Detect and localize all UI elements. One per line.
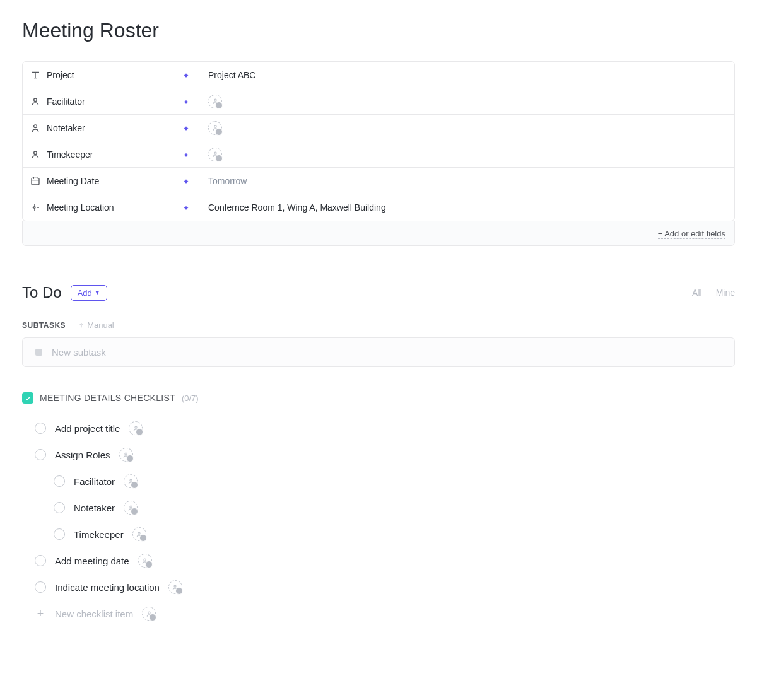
check-circle[interactable]: [35, 581, 46, 593]
pin-icon[interactable]: [182, 98, 190, 105]
check-circle[interactable]: [35, 449, 46, 460]
person-icon: [30, 123, 40, 133]
field-label-cell[interactable]: Meeting Location: [23, 194, 199, 221]
todo-title: To Do: [22, 284, 62, 301]
new-checklist-item-input[interactable]: + New checklist item: [35, 600, 735, 627]
svg-rect-6: [32, 178, 39, 185]
assign-user-icon[interactable]: [138, 554, 152, 568]
checklist-items: Add project title Assign Roles Facilitat…: [22, 415, 735, 627]
calendar-icon: [30, 176, 40, 186]
checklist-item[interactable]: Add meeting date: [35, 547, 735, 574]
person-icon: [30, 96, 40, 107]
svg-point-7: [33, 207, 35, 209]
assign-user-icon[interactable]: [129, 421, 143, 435]
plus-icon: +: [35, 608, 46, 619]
svg-point-2: [34, 125, 37, 128]
field-label-cell[interactable]: Notetaker: [23, 115, 199, 141]
location-icon: [30, 202, 40, 213]
page-title: Meeting Roster: [22, 19, 735, 42]
checklist-header: MEETING DETAILS CHECKLIST (0/7): [22, 392, 735, 404]
field-label-cell[interactable]: Meeting Date: [23, 168, 199, 194]
field-label: Timekeeper: [47, 149, 93, 160]
add-button[interactable]: Add ▼: [71, 285, 107, 301]
pin-icon[interactable]: [182, 151, 190, 158]
checklist-title[interactable]: MEETING DETAILS CHECKLIST: [40, 393, 175, 403]
checklist-count: (0/7): [182, 394, 199, 403]
svg-point-4: [34, 151, 37, 155]
svg-point-3: [214, 125, 216, 127]
subtasks-header: SUBTASKS Manual: [22, 320, 735, 330]
filter-all[interactable]: All: [692, 288, 702, 298]
check-circle[interactable]: [35, 423, 46, 434]
field-row-facilitator: Facilitator: [23, 88, 734, 115]
field-value[interactable]: [199, 115, 734, 141]
pin-icon[interactable]: [182, 204, 190, 211]
fields-table: Project Project ABC Facilitator: [22, 61, 735, 221]
pin-icon[interactable]: [182, 177, 190, 185]
status-square-icon: [35, 349, 42, 356]
new-subtask-input[interactable]: New subtask: [22, 337, 735, 367]
field-label: Facilitator: [47, 96, 85, 107]
assign-user-icon[interactable]: [208, 148, 222, 161]
assign-user-icon[interactable]: [124, 501, 138, 515]
assign-user-icon[interactable]: [132, 527, 146, 541]
checklist-item[interactable]: Assign Roles: [35, 441, 735, 468]
sort-button[interactable]: Manual: [78, 320, 114, 330]
check-circle[interactable]: [54, 528, 65, 540]
field-value[interactable]: Project ABC: [199, 62, 734, 88]
field-value[interactable]: Confernce Room 1, Wing A, Maxwell Buildi…: [199, 194, 734, 221]
svg-point-8: [135, 426, 137, 428]
filter-mine[interactable]: Mine: [716, 288, 735, 298]
svg-point-9: [125, 453, 127, 455]
assign-user-icon[interactable]: [168, 580, 182, 594]
checklist-item-label: Facilitator: [74, 476, 115, 487]
svg-point-0: [34, 98, 37, 102]
check-circle[interactable]: [54, 475, 65, 487]
field-label-cell[interactable]: Facilitator: [23, 88, 199, 114]
svg-point-12: [138, 532, 140, 534]
assign-user-icon[interactable]: [208, 95, 222, 108]
field-label: Meeting Date: [47, 176, 99, 186]
assign-user-icon[interactable]: [124, 474, 138, 488]
checklist-item-label: Assign Roles: [55, 450, 110, 460]
field-label-cell[interactable]: Project: [23, 62, 199, 88]
checklist-item[interactable]: Facilitator: [35, 468, 735, 494]
checklist-item-label: Add project title: [55, 423, 120, 434]
new-subtask-placeholder: New subtask: [52, 347, 106, 358]
field-label: Project: [47, 70, 74, 80]
chevron-down-icon: ▼: [95, 289, 100, 296]
svg-point-13: [144, 559, 146, 561]
assign-user-icon[interactable]: [208, 121, 222, 135]
text-field-icon: [30, 70, 40, 80]
field-value[interactable]: Tomorrow: [199, 168, 734, 194]
field-row-notetaker: Notetaker: [23, 115, 734, 141]
svg-point-14: [174, 585, 176, 587]
todo-header: To Do Add ▼ All Mine: [22, 284, 735, 301]
checklist-item-label: Timekeeper: [74, 529, 124, 540]
arrow-up-icon: [78, 322, 85, 329]
check-circle[interactable]: [54, 502, 65, 513]
field-row-meeting-location: Meeting Location Confernce Room 1, Wing …: [23, 194, 734, 221]
assign-user-icon[interactable]: [142, 607, 156, 621]
field-label: Meeting Location: [47, 202, 114, 213]
checklist-item[interactable]: Notetaker: [35, 494, 735, 521]
checklist-item-label: Notetaker: [74, 503, 115, 513]
check-circle[interactable]: [35, 555, 46, 566]
assign-user-icon[interactable]: [119, 448, 133, 462]
checklist-item[interactable]: Add project title: [35, 415, 735, 441]
checklist-item[interactable]: Timekeeper: [35, 521, 735, 547]
pin-icon[interactable]: [182, 124, 190, 132]
checklist-item[interactable]: Indicate meeting location: [35, 574, 735, 600]
svg-point-15: [148, 612, 150, 614]
field-value[interactable]: [199, 88, 734, 114]
svg-point-5: [214, 152, 216, 154]
field-value[interactable]: [199, 141, 734, 167]
svg-point-1: [214, 99, 216, 101]
checklist-item-label: Indicate meeting location: [55, 582, 160, 593]
svg-point-11: [129, 506, 131, 508]
field-label-cell[interactable]: Timekeeper: [23, 141, 199, 167]
add-edit-fields-link[interactable]: + Add or edit fields: [658, 229, 725, 239]
subtasks-label: SUBTASKS: [22, 321, 66, 330]
checklist-icon: [22, 392, 33, 404]
pin-icon[interactable]: [182, 71, 190, 79]
